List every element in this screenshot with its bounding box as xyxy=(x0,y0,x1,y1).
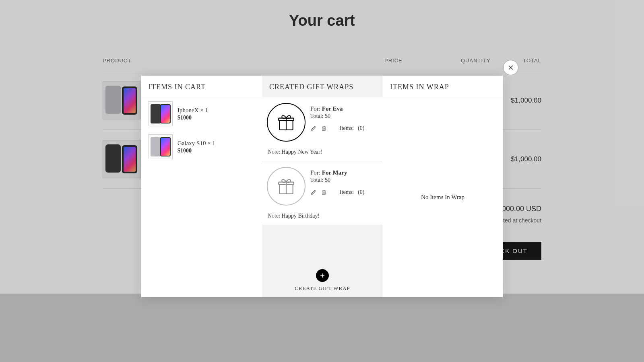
cart-item-name: IphoneX × 1 xyxy=(178,107,208,114)
product-thumbnail xyxy=(149,101,173,126)
svg-rect-6 xyxy=(322,127,326,130)
edit-wrap-button[interactable] xyxy=(310,189,317,195)
panel-title-items-in-cart: ITEMS IN CART xyxy=(141,76,262,97)
items-in-cart-panel: ITEMS IN CART IphoneX × 1 $1000 Galaxy S… xyxy=(141,76,262,297)
panel-title-items-in-wrap: ITEMS IN WRAP xyxy=(383,76,503,97)
wrap-for-label: For: xyxy=(310,105,320,112)
gift-wrap-card[interactable]: For: For Eva Total: $0 xyxy=(262,97,383,161)
items-in-wrap-panel: ITEMS IN WRAP No Items In Wrap xyxy=(383,76,503,297)
plus-icon: + xyxy=(320,272,325,280)
gift-icon xyxy=(267,103,305,142)
cart-item[interactable]: Galaxy S10 × 1 $1000 xyxy=(141,130,262,163)
wrap-for-value: For Mary xyxy=(322,169,347,176)
wrap-total-label: Total: xyxy=(310,113,323,119)
wrap-items-label: Items: xyxy=(340,189,354,195)
panel-title-created-wraps: CREATED GIFT WRAPS xyxy=(262,76,383,97)
create-gift-wrap-label: CREATE GIFT WRAP xyxy=(262,285,383,292)
trash-icon xyxy=(321,189,327,195)
cart-item-name: Galaxy S10 × 1 xyxy=(178,140,215,147)
gift-wrap-modal: ITEMS IN CART IphoneX × 1 $1000 Galaxy S… xyxy=(141,76,503,297)
gift-icon xyxy=(267,167,305,206)
create-gift-wrap-block: + CREATE GIFT WRAP xyxy=(262,269,383,297)
wrap-items-label: Items: xyxy=(340,125,354,132)
wrap-note-label: Note: xyxy=(268,213,280,219)
edit-wrap-button[interactable] xyxy=(310,125,317,132)
wrap-note-label: Note: xyxy=(268,149,280,155)
close-button[interactable] xyxy=(503,60,518,75)
product-thumbnail xyxy=(149,134,173,159)
close-icon xyxy=(508,65,514,70)
wrap-total-label: Total: xyxy=(310,177,323,183)
wrap-items-value: (0) xyxy=(358,189,364,195)
edit-icon xyxy=(310,125,317,132)
gift-wrap-card[interactable]: For: For Mary Total: $0 xyxy=(262,161,383,225)
edit-icon xyxy=(310,189,317,195)
delete-wrap-button[interactable] xyxy=(321,125,327,132)
svg-rect-13 xyxy=(322,191,326,194)
create-gift-wrap-button[interactable]: + xyxy=(316,269,329,282)
no-items-message: No Items In Wrap xyxy=(383,194,503,201)
cart-item[interactable]: IphoneX × 1 $1000 xyxy=(141,97,262,130)
cart-item-info: Galaxy S10 × 1 $1000 xyxy=(178,140,215,154)
wrap-note-value: Happy New Year! xyxy=(282,149,322,155)
wrap-note-value: Happy Birthday! xyxy=(282,213,320,219)
wrap-for-value: For Eva xyxy=(322,105,343,112)
wrap-total-value: $0 xyxy=(325,113,330,119)
delete-wrap-button[interactable] xyxy=(321,189,327,195)
cart-item-price: $1000 xyxy=(178,115,208,121)
wrap-for-label: For: xyxy=(310,169,320,176)
wrap-total-value: $0 xyxy=(325,177,330,183)
cart-item-price: $1000 xyxy=(178,148,215,154)
wrap-items-value: (0) xyxy=(358,125,364,132)
created-gift-wraps-panel: CREATED GIFT WRAPS For: For Eva xyxy=(262,76,383,297)
cart-item-info: IphoneX × 1 $1000 xyxy=(178,107,208,121)
trash-icon xyxy=(321,125,327,132)
